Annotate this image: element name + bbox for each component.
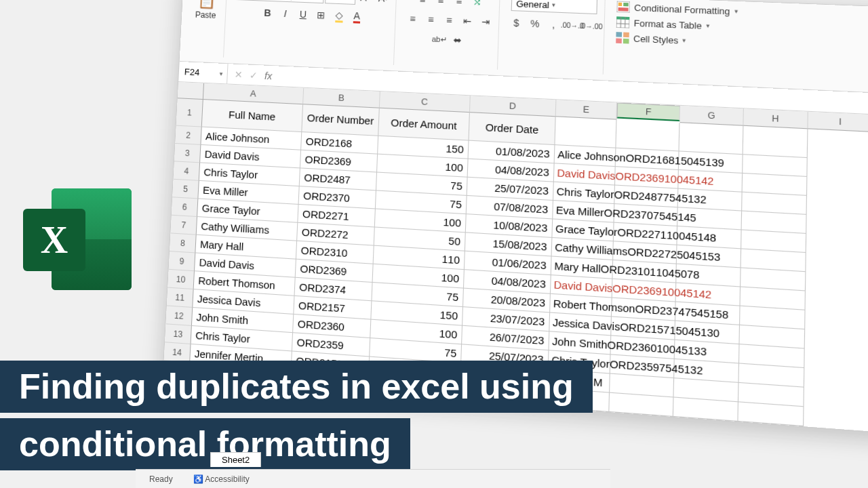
status-bar: Ready ♿ Accessibility	[136, 469, 610, 488]
chevron-down-icon: ▾	[683, 37, 687, 44]
font-group: Calibri (Body)▾ 12▾ A▴ A▾ B I U ⊞ ◇ A	[228, 0, 397, 65]
row-number[interactable]: 13	[165, 324, 192, 344]
cell[interactable]	[679, 123, 744, 155]
table-icon	[616, 16, 630, 28]
cell[interactable]	[616, 120, 679, 152]
font-color-icon: A	[353, 9, 360, 23]
font-color-button[interactable]: A	[349, 9, 366, 24]
excel-logo: X	[23, 188, 135, 293]
col-header-f[interactable]: F	[617, 103, 680, 122]
align-middle-icon[interactable]: ≡	[432, 0, 450, 8]
number-group: General▾ $ % , .00→.0 .0→.00	[502, 0, 605, 75]
svg-rect-9	[616, 32, 622, 37]
cancel-icon[interactable]: ✕	[234, 68, 243, 80]
percent-format-icon[interactable]: %	[526, 16, 544, 32]
number-format-select[interactable]: General▾	[511, 0, 597, 14]
cell[interactable]	[609, 393, 673, 417]
clipboard-icon: 📋	[197, 0, 216, 11]
merge-button[interactable]: ⬌	[449, 32, 467, 48]
name-box[interactable]: F24▾	[178, 62, 228, 84]
font-name-select[interactable]: Calibri (Body)▾	[235, 0, 324, 3]
cell-styles-button[interactable]: Cell Styles ▾	[613, 30, 690, 48]
status-accessibility: ♿ Accessibility	[193, 474, 250, 484]
accounting-format-icon[interactable]: $	[508, 15, 526, 31]
borders-button[interactable]: ⊞	[313, 7, 330, 23]
svg-rect-5	[616, 16, 629, 20]
cell[interactable]	[738, 402, 804, 426]
svg-rect-11	[616, 38, 622, 43]
title-line-2: conditional formatting	[0, 418, 410, 470]
align-top-icon[interactable]: ≡	[414, 0, 431, 7]
align-bottom-icon[interactable]: ≡	[450, 0, 468, 9]
svg-rect-12	[623, 39, 629, 44]
orientation-icon[interactable]: ⤭	[469, 0, 486, 10]
paste-label: Paste	[195, 10, 216, 20]
row-number[interactable]: 9	[169, 251, 196, 271]
row-number[interactable]: 6	[172, 197, 199, 217]
col-header-i[interactable]: I	[808, 112, 868, 132]
align-center-icon[interactable]: ≡	[422, 12, 439, 27]
increase-decimal-icon[interactable]: .00→.0	[564, 17, 581, 33]
wrap-text-icon[interactable]: ab↵	[431, 31, 448, 47]
row-number[interactable]: 14	[164, 342, 191, 363]
alignment-group: ≡ ≡ ≡ ⤭ ≡ ≡ ≡ ⇤ ⇥ ab↵ ⬌	[398, 0, 500, 70]
cell[interactable]	[673, 398, 738, 422]
styles-group: Conditional Formatting ▾ Format as Table…	[608, 0, 745, 81]
row-number[interactable]: 3	[174, 144, 201, 163]
row-number[interactable]: 10	[167, 270, 195, 289]
enter-icon[interactable]: ✓	[250, 69, 258, 81]
sheet-tab-strip: Sheet2	[210, 450, 261, 469]
row-number[interactable]: 7	[170, 216, 197, 235]
chevron-down-icon: ▾	[734, 7, 738, 15]
increase-font-icon[interactable]: A▴	[357, 0, 374, 5]
title-overlay: Finding duplicates in excel using condit…	[0, 361, 593, 476]
paint-bucket-icon: ◇	[335, 9, 343, 22]
align-left-icon[interactable]: ≡	[404, 11, 422, 26]
font-size-select[interactable]: 12▾	[325, 0, 356, 5]
decrease-indent-icon[interactable]: ⇤	[458, 13, 476, 29]
chevron-down-icon: ▾	[706, 22, 710, 30]
row-number[interactable]: 2	[175, 126, 201, 145]
select-all-corner[interactable]	[178, 82, 204, 100]
decrease-decimal-icon[interactable]: .0→.00	[582, 18, 599, 34]
increase-indent-icon[interactable]: ⇥	[477, 14, 494, 30]
svg-rect-3	[618, 7, 629, 12]
status-ready: Ready	[149, 474, 173, 484]
cell[interactable]	[555, 117, 616, 148]
cell[interactable]	[743, 126, 808, 158]
sheet-tab[interactable]: Sheet2	[210, 452, 261, 467]
clipboard-group: 📋 Paste	[184, 0, 227, 58]
row-number[interactable]: 1	[176, 98, 203, 127]
svg-rect-1	[618, 3, 622, 6]
italic-button[interactable]: I	[277, 5, 294, 21]
bold-button[interactable]: B	[259, 5, 276, 20]
fill-color-button[interactable]: ◇	[330, 8, 347, 24]
row-number[interactable]: 11	[167, 288, 194, 308]
svg-rect-10	[623, 33, 629, 38]
paste-button[interactable]: 📋 Paste	[189, 0, 222, 28]
align-right-icon[interactable]: ≡	[440, 12, 458, 28]
header-cell[interactable]: Order Date	[469, 113, 556, 145]
cell-styles-icon	[616, 32, 629, 43]
title-line-1: Finding duplicates in excel using	[0, 361, 593, 413]
row-number[interactable]: 4	[174, 161, 200, 181]
chevron-down-icon: ▾	[220, 70, 224, 77]
cond-format-icon	[616, 1, 630, 13]
decrease-font-icon[interactable]: A▾	[375, 0, 393, 6]
row-number[interactable]: 5	[172, 180, 199, 199]
row-number[interactable]: 8	[170, 233, 197, 253]
header-cell[interactable]: Order Number	[302, 104, 380, 136]
underline-button[interactable]: U	[294, 7, 311, 22]
format-as-table-button[interactable]: Format as Table ▾	[613, 15, 713, 33]
header-cell[interactable]: Order Amount	[378, 108, 470, 141]
fx-icon[interactable]: fx	[264, 70, 273, 81]
svg-rect-2	[623, 3, 629, 6]
row-number[interactable]: 12	[166, 306, 193, 326]
comma-format-icon[interactable]: ,	[545, 16, 562, 33]
